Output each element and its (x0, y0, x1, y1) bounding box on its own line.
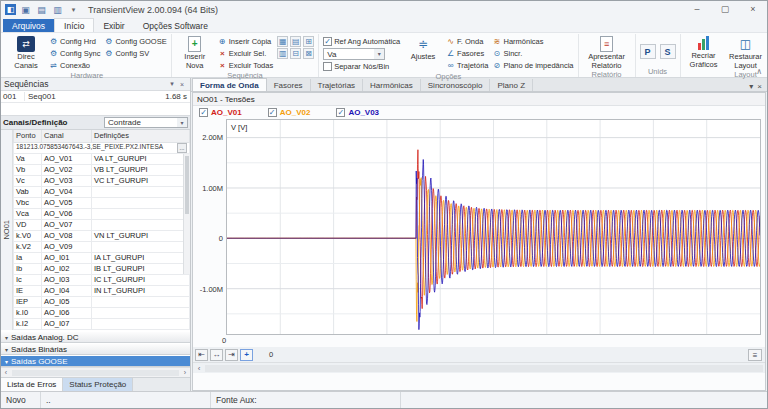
config-goose-button[interactable]: ⚙ Config GOOSE (104, 36, 166, 47)
channel-row[interactable]: Va AO_V01 VA LT_GURUPI (14, 153, 190, 164)
collapse-ribbon-icon[interactable]: ∧ (756, 67, 762, 76)
channel-row[interactable]: Vc AO_V03 VC LT_GURUPI (14, 175, 190, 186)
channel-row[interactable]: VD AO_V07 (14, 219, 190, 230)
apresentar-relatorio-button[interactable]: ≡ Apresentar Relatório (583, 35, 631, 70)
tab-arquivos[interactable]: Arquivos (3, 19, 54, 32)
maximize-button[interactable]: ▢ (711, 1, 739, 18)
tab-lista-de-erros[interactable]: Lista de Erros (1, 378, 63, 391)
y-axis-unit-label: V [V] (231, 123, 247, 132)
primary-units-button[interactable]: P (640, 44, 656, 59)
channel-row[interactable]: Vbc AO_V05 (14, 197, 190, 208)
legend-item-ao-v01[interactable]: ✓ AO_V01 (199, 108, 242, 117)
browse-button[interactable]: ... (177, 143, 187, 153)
copy-icon: ⊕ (218, 37, 227, 46)
tab-inicio[interactable]: Início (54, 18, 94, 32)
conexao-button[interactable]: ⇌ Conexão (49, 60, 100, 71)
config-sv-button[interactable]: ⚙ Config SV (104, 48, 166, 59)
section-saidas-binarias[interactable]: ▾ Saídas Binárias (1, 343, 190, 355)
recriar-graficos-button[interactable]: Recriar Gráficos (685, 35, 723, 70)
scroll-left-icon[interactable]: ‹ (193, 364, 205, 373)
zoom-button[interactable]: + (240, 349, 253, 361)
channel-row[interactable]: Vb AO_V02 VB LT_GURUPI (14, 164, 190, 175)
panel-menu-icon[interactable]: ▾ (167, 80, 177, 88)
excluir-todas-button[interactable]: × Excluir Todas (218, 60, 273, 71)
config-hrd-button[interactable]: ⚙ Config Hrd (49, 36, 100, 47)
legend-item-ao-v02[interactable]: ✓ AO_V02 (268, 108, 311, 117)
chart-horizontal-scrollbar[interactable]: ‹ (193, 362, 765, 373)
scroll-right-icon[interactable]: › (180, 369, 190, 376)
sequence-tool-icon[interactable]: ▥ (277, 48, 288, 59)
ref-ang-checkbox[interactable]: ✓ Ref Ang Automática (323, 36, 400, 47)
inserir-copia-button[interactable]: ⊕ Inserir Cópia (218, 36, 273, 47)
section-saidas-goose[interactable]: ▾ Saídas GOOSE (1, 355, 190, 367)
sequence-tool-icon[interactable]: ⊟ (290, 48, 301, 59)
legend-label: AO_V02 (280, 108, 311, 117)
fasores-button[interactable]: ∠ Fasores (446, 48, 488, 59)
channel-source-select[interactable]: Contrade ▾ (104, 117, 188, 128)
sequence-tool-icon[interactable]: ▦ (277, 36, 288, 47)
channel-row[interactable]: Vab AO_V04 (14, 186, 190, 197)
tab-opcoes-software[interactable]: Opções Software (134, 19, 217, 32)
channel-list-icon[interactable]: ≡ (748, 349, 762, 361)
chart-legend: ✓ AO_V01 ✓ AO_V02 ✓ AO_V03 (193, 106, 765, 119)
ref-channel-select[interactable]: Va ▾ (323, 48, 385, 60)
close-button[interactable]: × (739, 1, 767, 18)
pan-start-button[interactable]: ⇤ (195, 349, 208, 361)
app-icon: ◧ (5, 4, 16, 15)
dock-close-icon[interactable]: × (757, 82, 762, 91)
dock-menu-icon[interactable]: ▾ (749, 82, 753, 91)
section-saidas-analog-dc[interactable]: ▾ Saídas Analog. DC (1, 331, 190, 343)
channel-row[interactable]: Ib AO_I02 IB LT_GURUPI (14, 263, 190, 274)
harmonicas-button[interactable]: ≋ Harmônicas (492, 36, 573, 47)
direc-canais-button[interactable]: ⇄ Direc Canais (7, 35, 45, 71)
status-message: .. (41, 392, 211, 408)
channel-row[interactable]: IE AO_I04 IN LT_GURUPI (14, 285, 190, 296)
ajustes-button[interactable]: ≑ Ajustes (404, 35, 442, 72)
new-file-icon[interactable]: ▣ (19, 5, 32, 15)
pan-end-button[interactable]: ⇥ (225, 349, 238, 361)
forma-onda-button[interactable]: ∿ F. Onda (446, 36, 488, 47)
save-icon[interactable]: ▤ (35, 5, 48, 15)
sincr-button[interactable]: ⊙ Sincr. (492, 48, 573, 59)
channel-row[interactable]: k.I2 AO_I07 (14, 318, 190, 329)
channel-row[interactable]: k.V0 AO_V08 VN LT_GURUPI (14, 230, 190, 241)
channel-row[interactable]: Ia AO_I01 IA LT_GURUPI (14, 252, 190, 263)
table-vertical-scrollbar[interactable] (183, 154, 190, 274)
legend-item-ao-v03[interactable]: ✓ AO_V03 (336, 108, 379, 117)
panel-horizontal-scrollbar[interactable]: ‹ › (1, 367, 190, 377)
channel-definicao (92, 241, 190, 252)
node-group-label: NO01 (2, 220, 11, 240)
channel-row[interactable]: IEP AO_I05 (14, 296, 190, 307)
minimize-button[interactable]: – (683, 1, 711, 18)
sequence-tool-icon[interactable]: ⊠ (303, 48, 314, 59)
channel-definicao: VA LT_GURUPI (92, 153, 190, 164)
channel-row[interactable]: k.V2 AO_V09 (14, 241, 190, 252)
inserir-nova-button[interactable]: + Inserir Nova (176, 35, 214, 71)
secondary-units-button[interactable]: S (660, 44, 676, 59)
tab-exibir[interactable]: Exibir (94, 19, 133, 32)
y-tick-label: 0 (219, 234, 223, 243)
trajetoria-button[interactable]: ∞ Trajetória (446, 60, 488, 71)
quick-access-dropdown-icon[interactable]: ▾ (67, 6, 80, 14)
source-file-row[interactable]: ... 181213.075853467643.-3,SE_PEIXE.PX2.… (14, 142, 190, 153)
tab-status-protecao[interactable]: Status Proteção (63, 378, 133, 391)
legend-label: AO_V01 (211, 108, 242, 117)
channel-row[interactable]: Vca AO_V06 (14, 208, 190, 219)
channel-row[interactable]: Ic AO_I03 IC LT_GURUPI (14, 274, 190, 285)
scroll-left-icon[interactable]: ‹ (1, 369, 11, 376)
sequences-panel: Sequências ▾ × 001 Seq001 1.68 s Canais/… (1, 78, 191, 391)
config-sync-button[interactable]: ⚙ Config Sync (49, 48, 100, 59)
sequence-row[interactable]: 001 Seq001 1.68 s (1, 91, 190, 103)
channel-definicao (92, 318, 190, 329)
channel-canal: AO_I04 (42, 285, 92, 296)
open-icon[interactable]: ▥ (51, 5, 64, 15)
plano-impedancia-button[interactable]: ⊘ Plano de impedância (492, 60, 573, 71)
sequence-tool-icon[interactable]: ▤ (290, 36, 301, 47)
fit-width-button[interactable]: ↔ (210, 349, 223, 361)
excluir-sel-button[interactable]: × Excluir Sel. (218, 48, 273, 59)
channel-row[interactable]: k.I0 AO_I06 (14, 307, 190, 318)
separar-nos-bin-checkbox[interactable]: Separar Nós/Bin (323, 61, 400, 72)
panel-close-icon[interactable]: × (177, 81, 187, 88)
restaurar-layout-button[interactable]: ◫ Restaurar Layout (727, 35, 765, 70)
sequence-tool-icon[interactable]: ⊞ (303, 36, 314, 47)
